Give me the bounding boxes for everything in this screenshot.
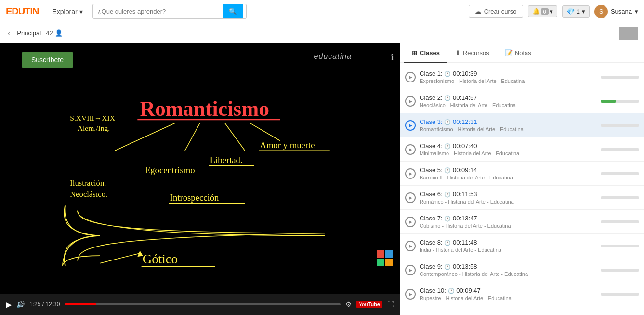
svg-rect-24 <box>385 259 393 266</box>
class-title-5: Clase 5: 🕐 00:09:14 <box>420 166 597 174</box>
class-item-8[interactable]: ▶ Clase 8: 🕐 00:11:48 India - Historia d… <box>400 234 644 258</box>
header: EDUTIN Explorar ▾ 🔍 ☁ Crear curso 🔔 0 ▾ … <box>0 0 644 23</box>
fullscreen-button[interactable]: ⛶ <box>387 301 394 308</box>
class-progress-fill-2 <box>601 100 616 103</box>
thumbnail-preview <box>619 27 638 40</box>
class-info-8: Clase 8: 🕐 00:11:48 India - Historia del… <box>420 239 597 253</box>
progress-bar[interactable] <box>65 303 341 305</box>
tab-clases-label: Clases <box>420 49 440 56</box>
info-icon[interactable]: ℹ <box>391 52 394 63</box>
download-icon: ⬇ <box>455 49 460 56</box>
back-arrow-button[interactable]: ‹ <box>6 27 12 40</box>
svg-text:Ilustración.: Ilustración. <box>70 178 106 188</box>
time-display: 1:25 / 12:30 <box>29 301 60 308</box>
class-item-5[interactable]: ▶ Clase 5: 🕐 00:09:14 Barroco II - Histo… <box>400 162 644 186</box>
clock-icon: 🕐 <box>444 71 451 77</box>
class-subtitle-7: Cubismo - Historia del Arte - Educatina <box>420 223 597 229</box>
class-progress-bar-5 <box>601 172 639 175</box>
user-name: Susana <box>611 8 632 15</box>
settings-icon[interactable]: ⚙ <box>345 301 352 308</box>
class-item-10[interactable]: ▶ Clase 10: 🕐 00:09:47 Rupestre - Histor… <box>400 282 644 306</box>
create-course-button[interactable]: ☁ Crear curso <box>469 5 523 18</box>
search-button[interactable]: 🔍 <box>223 4 243 18</box>
search-input[interactable] <box>93 5 223 18</box>
blackboard-content: Romanticismo S.XVIII→XIX Alem./Ing. Amor… <box>0 68 400 294</box>
main-layout: Suscríbete educatina ℹ Romanticismo S.XV… <box>0 43 644 315</box>
video-controls: ▶ 🔊 1:25 / 12:30 ⚙ YouTube ⛶ <box>0 294 400 315</box>
notif-chevron-icon: ▾ <box>550 8 553 15</box>
clock-icon: 🕐 <box>444 216 451 221</box>
grid-icon: ⊞ <box>412 49 417 56</box>
class-item-7[interactable]: ▶ Clase 7: 🕐 00:13:47 Cubismo - Historia… <box>400 210 644 234</box>
explore-chevron-icon: ▾ <box>79 8 83 15</box>
svg-line-7 <box>250 123 280 140</box>
classes-list: ▶ Clase 1: 🕐 00:10:39 Expresionismo - Hi… <box>400 63 644 315</box>
class-title-10: Clase 10: 🕐 00:09:47 <box>420 287 597 294</box>
explore-nav[interactable]: Explorar ▾ <box>48 6 86 17</box>
header-right: ☁ Crear curso 🔔 0 ▾ 💎 1 ▾ S Susana ▾ <box>469 5 638 18</box>
class-info-6: Clase 6: 🕐 00:11:53 Románico - Historia … <box>420 191 597 205</box>
svg-text:Romanticismo: Romanticismo <box>140 97 270 120</box>
class-info-9: Clase 9: 🕐 00:13:58 Contemporáneo - Hist… <box>420 263 597 277</box>
clock-icon: 🕐 <box>444 119 451 125</box>
class-item-9[interactable]: ▶ Clase 9: 🕐 00:13:58 Contemporáneo - Hi… <box>400 258 644 282</box>
right-panel: ⊞ Clases ⬇ Recursos 📝 Notas ▶ Clase 1: 🕐… <box>400 43 644 315</box>
class-subtitle-6: Románico - Historia del Arte - Educatina <box>420 199 597 205</box>
volume-button[interactable]: 🔊 <box>16 301 25 308</box>
play-icon-1: ▶ <box>405 72 416 82</box>
class-info-2: Clase 2: 🕐 00:14:57 Neoclásico - Histori… <box>420 94 597 108</box>
notification-bell[interactable]: 🔔 0 ▾ <box>528 5 557 17</box>
user-menu[interactable]: S Susana ▾ <box>594 5 638 18</box>
class-item-4[interactable]: ▶ Clase 4: 🕐 00:07:40 Minimalismo - Hist… <box>400 137 644 162</box>
tab-clases[interactable]: ⊞ Clases <box>404 43 447 63</box>
svg-rect-22 <box>385 250 393 258</box>
class-item-2[interactable]: ▶ Clase 2: 🕐 00:14:57 Neoclásico - Histo… <box>400 89 644 113</box>
class-title-6: Clase 6: 🕐 00:11:53 <box>420 191 597 198</box>
explore-label: Explorar <box>52 8 77 15</box>
svg-line-4 <box>115 123 175 151</box>
video-bg: Suscríbete educatina ℹ Romanticismo S.XV… <box>0 43 400 294</box>
svg-text:Alem./Ing.: Alem./Ing. <box>78 124 110 132</box>
play-pause-button[interactable]: ▶ <box>6 300 12 309</box>
svg-text:Neoclásico.: Neoclásico. <box>70 190 107 199</box>
clock-icon: 🕐 <box>444 192 451 197</box>
clock-icon: 🕐 <box>444 143 451 149</box>
play-icon-7: ▶ <box>405 217 416 227</box>
class-progress-bar-3 <box>601 124 639 127</box>
svg-text:Introspección: Introspección <box>170 192 219 203</box>
breadcrumb-principal: Principal <box>17 29 41 37</box>
class-item-6[interactable]: ▶ Clase 6: 🕐 00:11:53 Románico - Histori… <box>400 186 644 210</box>
video-brand: educatina <box>314 52 352 61</box>
cloud-icon: ☁ <box>475 8 481 15</box>
class-subtitle-10: Rupestre - Historia del Arte - Educatina <box>420 295 597 301</box>
class-info-1: Clase 1: 🕐 00:10:39 Expresionismo - Hist… <box>420 70 597 84</box>
clock-icon: 🕐 <box>444 264 451 270</box>
clock-icon: 🕐 <box>444 167 451 173</box>
subscribe-label: Suscríbete <box>31 56 64 64</box>
user-chevron-icon: ▾ <box>635 8 638 15</box>
class-progress-bar-7 <box>601 220 639 223</box>
svg-line-6 <box>225 123 245 151</box>
breadcrumb-count: 42 👤 <box>46 29 62 37</box>
class-subtitle-8: India - Historia del Arte - Educatina <box>420 247 597 253</box>
youtube-logo[interactable]: YouTube <box>356 301 382 308</box>
gem-badge[interactable]: 💎 1 ▾ <box>562 5 590 18</box>
class-title-2: Clase 2: 🕐 00:14:57 <box>420 94 597 101</box>
avatar: S <box>594 5 608 18</box>
class-item-3[interactable]: ▶ Clase 3: 🕐 00:12:31 Romanticismo - His… <box>400 113 644 137</box>
class-title-9: Clase 9: 🕐 00:13:58 <box>420 263 597 270</box>
class-item-1[interactable]: ▶ Clase 1: 🕐 00:10:39 Expresionismo - Hi… <box>400 65 644 89</box>
tab-notas[interactable]: 📝 Notas <box>497 43 539 63</box>
video-watermark <box>377 250 394 267</box>
note-icon: 📝 <box>505 49 513 56</box>
class-title-7: Clase 7: 🕐 00:13:47 <box>420 215 597 222</box>
clock-icon: 🕐 <box>448 288 455 294</box>
tab-recursos-label: Recursos <box>463 49 489 56</box>
class-progress-bar-8 <box>601 245 639 247</box>
class-info-3: Clase 3: 🕐 00:12:31 Romanticismo - Histo… <box>420 118 597 132</box>
class-info-5: Clase 5: 🕐 00:09:14 Barroco II - Histori… <box>420 166 597 180</box>
class-title-4: Clase 4: 🕐 00:07:40 <box>420 142 597 150</box>
subscribe-button[interactable]: Suscríbete <box>22 52 73 68</box>
logo[interactable]: EDUTIN <box>6 6 39 17</box>
tab-recursos[interactable]: ⬇ Recursos <box>447 43 497 63</box>
